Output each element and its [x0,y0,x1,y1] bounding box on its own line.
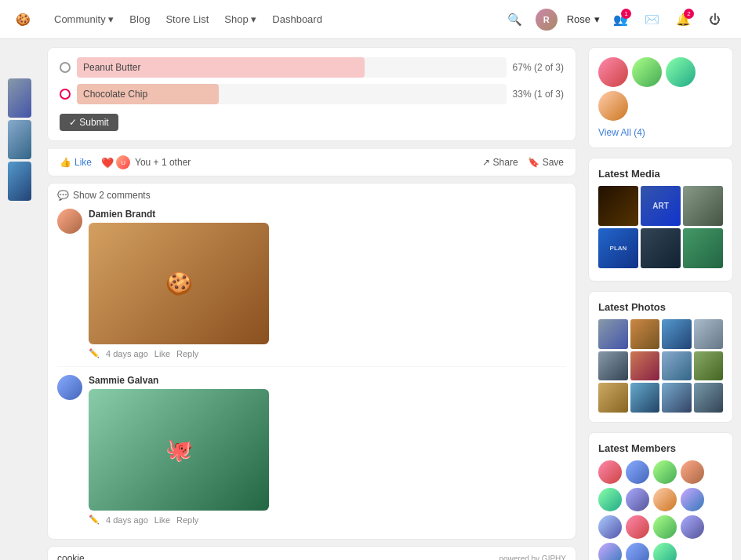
member-avatar-8[interactable] [681,488,704,511]
friend-avatar-2 [632,57,662,87]
member-avatar-7[interactable] [653,488,677,511]
notifications-badge: 2 [684,9,694,19]
left-strip [8,78,35,560]
comment-like-2[interactable]: Like [154,515,170,525]
photo-thumb-12[interactable] [694,383,724,413]
poll-bar-chocchip: Chocolate Chip [77,84,507,104]
thumbs-up-icon: 👍 [60,157,71,168]
comment-item-2: Sammie Galvan 🐙 ✏️ 4 days ago Like Reply [57,375,566,533]
sidebar: View All (4) Latest Media ART PLAN Lates… [588,47,733,560]
nav-link-dashboard[interactable]: Dashboard [272,13,322,25]
nav-link-blog[interactable]: Blog [129,13,150,25]
latest-members-card: Latest Members Members count: 317 [588,432,733,561]
friend-avatar-1 [598,57,628,87]
member-avatar-4[interactable] [681,460,704,484]
view-all-link[interactable]: View All (4) [598,127,723,138]
comment-reply-2[interactable]: Reply [176,515,198,525]
photos-grid [598,319,723,413]
comment-reply-1[interactable]: Reply [176,349,198,358]
latest-members-title: Latest Members [598,442,723,454]
comment-author-1: Damien Brandt [89,209,566,220]
save-button[interactable]: 🔖 Save [528,157,564,168]
poll-card: Peanut Butter 67% (2 of 3) Chocolate Chi… [47,47,576,141]
photo-thumb-10[interactable] [630,383,660,413]
media-thumb-2[interactable]: ART [641,186,681,226]
member-avatar-13[interactable] [598,543,622,561]
member-avatar-5[interactable] [598,488,622,511]
member-avatar-1[interactable] [598,460,622,484]
member-avatar-12[interactable] [681,515,704,539]
member-avatar-2[interactable] [626,460,649,484]
page-layout: Peanut Butter 67% (2 of 3) Chocolate Chi… [0,39,741,560]
photo-thumb-7[interactable] [662,351,692,381]
left-thumb-2 [8,120,31,159]
like-button[interactable]: 👍 Like [60,157,92,168]
nav-link-shop[interactable]: Shop ▾ [224,13,256,25]
comment-body-2: Sammie Galvan 🐙 ✏️ 4 days ago Like Reply [89,375,566,525]
reaction-avatar: U [116,155,130,169]
comment-icon: 💬 [57,190,69,201]
heart-icon: ❤️ [101,157,114,169]
photo-thumb-11[interactable] [662,383,692,413]
nav-link-store-list[interactable]: Store List [165,13,209,25]
latest-photos-card: Latest Photos [588,291,733,423]
member-avatar-15[interactable] [653,543,677,561]
photo-thumb-1[interactable] [598,319,628,349]
nav-link-community[interactable]: Community ▾ [54,13,114,25]
photo-thumb-6[interactable] [630,351,660,381]
member-avatar-9[interactable] [598,515,622,539]
media-thumb-4[interactable]: PLAN [598,228,638,268]
member-avatar-6[interactable] [626,488,649,511]
show-comments-label: Show 2 comments [73,190,151,201]
comment-image-1: 🍪 [89,223,269,344]
media-thumb-3[interactable] [683,186,723,226]
poll-radio-peanutbutter[interactable] [60,62,71,73]
heart-group: ❤️ U You + 1 other [101,155,191,169]
comment-time-2: 4 days ago [106,515,148,525]
left-thumb-3 [8,162,31,201]
media-thumb-5[interactable] [641,228,681,268]
edit-icon-2: ✏️ [89,515,100,525]
photo-thumb-5[interactable] [598,351,628,381]
media-thumb-1[interactable] [598,186,638,226]
photo-thumb-8[interactable] [694,351,724,381]
comment-body-1: Damien Brandt 🍪 ✏️ 4 days ago Like Reply [89,209,566,358]
show-comments-button[interactable]: 💬 Show 2 comments [57,190,566,201]
share-button[interactable]: ↗ Share [482,157,518,168]
poll-submit-button[interactable]: ✓ Submit [60,114,118,131]
member-avatar-3[interactable] [653,460,677,484]
nav-user-chevron: ▾ [594,13,600,25]
poll-option-label-peanutbutter: Peanut Butter [83,62,140,73]
comment-meta-1: ✏️ 4 days ago Like Reply [89,348,566,358]
comment-like-1[interactable]: Like [154,349,170,358]
photo-thumb-9[interactable] [598,383,628,413]
photo-thumb-2[interactable] [630,319,660,349]
save-label: Save [543,157,564,168]
comment-avatar-2 [57,375,82,400]
power-icon[interactable]: ⏻ [703,9,725,31]
like-label: Like [74,157,92,168]
poll-bar-peanutbutter: Peanut Butter [77,57,507,78]
poll-option-peanutbutter: Peanut Butter 67% (2 of 3) [60,57,564,78]
media-thumb-6[interactable] [683,228,723,268]
comment-image-2: 🐙 [89,389,269,511]
latest-media-title: Latest Media [598,168,723,180]
friends-icon[interactable]: 👥 1 [609,9,631,31]
share-icon: ↗ [482,157,490,168]
gif-search-label-row: cookie powered by GIPHY [57,553,566,560]
photo-thumb-4[interactable] [694,319,724,349]
search-icon[interactable]: 🔍 [504,9,526,31]
notifications-icon[interactable]: 🔔 2 [672,9,694,31]
messages-icon[interactable]: ✉️ [641,9,663,31]
nav-brand: 🍪 [16,13,31,27]
nav-icons: 🔍 R Rose ▾ 👥 1 ✉️ 🔔 2 ⏻ [504,9,725,31]
photo-thumb-3[interactable] [662,319,692,349]
member-avatar-10[interactable] [626,515,649,539]
poll-radio-chocchip[interactable] [60,89,71,100]
friend-avatar-3 [666,57,696,87]
members-grid [598,460,723,561]
member-avatar-14[interactable] [626,543,649,561]
sidebar-friends-card: View All (4) [588,47,733,148]
nav-user[interactable]: Rose ▾ [567,13,600,25]
member-avatar-11[interactable] [653,515,677,539]
